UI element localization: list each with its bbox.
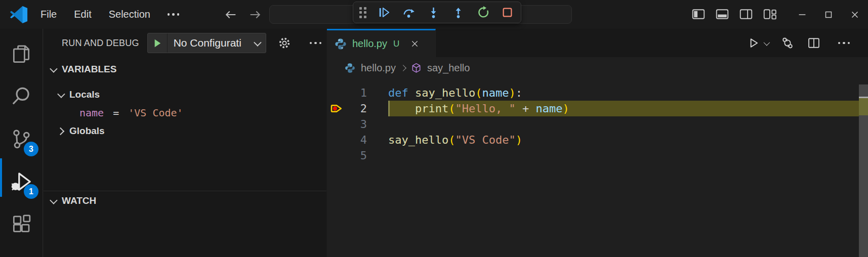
watch-section-header[interactable]: WATCH bbox=[44, 191, 326, 210]
gear-icon[interactable] bbox=[277, 36, 292, 50]
debug-stop-icon[interactable] bbox=[501, 6, 515, 20]
chevron-down-icon[interactable] bbox=[50, 196, 58, 204]
chevron-down-icon[interactable] bbox=[763, 39, 770, 46]
chevron-down-icon[interactable] bbox=[57, 90, 65, 98]
code-line[interactable]: 2 print("Hello, " + name) bbox=[327, 101, 868, 116]
variables-section-header[interactable]: VARIABLES bbox=[44, 60, 326, 79]
gutter[interactable]: 2 bbox=[327, 101, 388, 116]
layout-controls bbox=[690, 6, 778, 23]
chevron-down-icon bbox=[254, 38, 262, 47]
editor-actions bbox=[747, 29, 868, 57]
variables-label: VARIABLES bbox=[62, 64, 116, 75]
python-file-icon bbox=[344, 62, 356, 74]
sidebar-item-search[interactable] bbox=[0, 75, 43, 118]
gutter[interactable]: 3 bbox=[327, 116, 388, 132]
debug-configuration-value: No Configurati bbox=[168, 37, 254, 49]
locals-label: Locals bbox=[69, 89, 100, 100]
code-line-content[interactable]: def say_hello(name): bbox=[388, 85, 868, 101]
code-line[interactable]: 4say_hello("VS Code") bbox=[327, 132, 868, 148]
debug-step-over-icon[interactable] bbox=[401, 6, 416, 20]
close-tab-icon[interactable] bbox=[408, 38, 421, 50]
sidebar-header: RUN AND DEBUG No Configurati bbox=[44, 29, 326, 57]
breadcrumb-symbol[interactable]: say_hello bbox=[427, 62, 470, 74]
chevron-down-icon[interactable] bbox=[50, 65, 58, 73]
run-icon bbox=[747, 36, 760, 50]
git-status-untracked: U bbox=[393, 39, 399, 49]
debug-view-tree: VARIABLES Locals name='VS Code' Globals bbox=[44, 60, 326, 140]
title-bar: File Edit Selection bbox=[0, 0, 868, 29]
editor-group: hello.py U bbox=[327, 29, 868, 257]
debug-toolbar bbox=[353, 2, 521, 23]
sidebar-item-extensions[interactable] bbox=[0, 203, 43, 245]
debug-restart-icon[interactable] bbox=[476, 6, 490, 20]
files-icon bbox=[10, 43, 32, 65]
tab-bar: hello.py U bbox=[327, 29, 868, 57]
toggle-primary-sidebar-icon[interactable] bbox=[690, 6, 707, 23]
toggle-secondary-sidebar-icon[interactable] bbox=[737, 6, 755, 23]
code-line-content[interactable]: print("Hello, " + name) bbox=[388, 101, 868, 116]
code-line-content[interactable] bbox=[388, 116, 868, 132]
gutter[interactable]: 5 bbox=[327, 148, 388, 163]
sidebar-item-run-and-debug[interactable]: 1 bbox=[0, 160, 43, 203]
menu-file[interactable]: File bbox=[35, 7, 62, 22]
start-debugging-play-icon[interactable] bbox=[148, 33, 168, 53]
search-icon bbox=[10, 85, 32, 108]
menu-bar: File Edit Selection bbox=[35, 0, 184, 29]
run-and-debug-sidebar: RUN AND DEBUG No Configurati VARIABLES bbox=[44, 29, 326, 257]
run-python-file-button[interactable] bbox=[747, 36, 768, 50]
customize-layout-icon[interactable] bbox=[761, 6, 778, 23]
gutter[interactable]: 1 bbox=[327, 85, 388, 101]
open-changes-icon[interactable] bbox=[780, 36, 795, 50]
sidebar-title: RUN AND DEBUG bbox=[62, 38, 139, 49]
globals-scope-row[interactable]: Globals bbox=[44, 122, 326, 140]
variable-equals: = bbox=[110, 107, 122, 119]
views-more-actions-icon[interactable] bbox=[305, 39, 327, 48]
toggle-panel-icon[interactable] bbox=[714, 6, 731, 23]
code-line[interactable]: 5 bbox=[327, 148, 868, 163]
scm-badge: 3 bbox=[24, 142, 38, 156]
globals-label: Globals bbox=[69, 125, 105, 137]
code-line-content[interactable] bbox=[388, 148, 868, 163]
gutter[interactable]: 4 bbox=[327, 132, 388, 148]
menu-selection[interactable]: Selection bbox=[104, 7, 155, 22]
minimize-icon[interactable] bbox=[789, 0, 815, 29]
drag-handle-icon[interactable] bbox=[359, 7, 366, 18]
code-line-content[interactable]: say_hello("VS Code") bbox=[388, 132, 868, 148]
sidebar-item-explorer[interactable] bbox=[0, 33, 43, 75]
window-controls bbox=[789, 0, 868, 29]
breadcrumb-separator-icon bbox=[400, 65, 406, 71]
debug-step-into-icon[interactable] bbox=[426, 6, 440, 20]
sidebar-item-source-control[interactable]: 3 bbox=[0, 118, 43, 160]
tab-label: hello.py bbox=[352, 38, 387, 50]
vscode-window: File Edit Selection bbox=[0, 0, 868, 257]
split-editor-icon[interactable] bbox=[807, 36, 821, 50]
breadcrumb-file[interactable]: hello.py bbox=[361, 62, 396, 74]
editor-scrollbar[interactable] bbox=[859, 84, 868, 257]
debug-step-out-icon[interactable] bbox=[451, 6, 465, 20]
maximize-icon[interactable] bbox=[815, 0, 842, 29]
back-arrow-icon[interactable] bbox=[223, 7, 239, 23]
debug-configuration-dropdown[interactable]: No Configurati bbox=[147, 33, 266, 53]
menu-edit[interactable]: Edit bbox=[69, 7, 96, 22]
line-number: 2 bbox=[360, 101, 367, 116]
debug-badge: 1 bbox=[24, 184, 38, 199]
debug-continue-icon[interactable] bbox=[377, 6, 391, 20]
debug-current-line-breakpoint-icon[interactable] bbox=[329, 101, 344, 116]
locals-scope-row[interactable]: Locals bbox=[44, 85, 326, 104]
editor-more-actions-icon[interactable] bbox=[833, 39, 855, 48]
variable-value: 'VS Code' bbox=[128, 107, 183, 119]
code-line[interactable]: 3 bbox=[327, 116, 868, 132]
tab-hello-py[interactable]: hello.py U bbox=[327, 29, 436, 57]
forward-arrow-icon[interactable] bbox=[247, 7, 263, 23]
menu-more-icon[interactable] bbox=[162, 10, 185, 19]
code-lines: 1def say_hello(name): 2 print("Hello, " … bbox=[327, 78, 868, 163]
breadcrumb: hello.py say_hello bbox=[327, 57, 868, 78]
line-number: 5 bbox=[360, 148, 367, 163]
close-window-icon[interactable] bbox=[842, 0, 868, 29]
watch-label: WATCH bbox=[62, 195, 96, 206]
activity-bar: 3 1 bbox=[0, 29, 43, 257]
variable-row[interactable]: name='VS Code' bbox=[44, 104, 326, 122]
history-navigation bbox=[223, 7, 263, 23]
code-line[interactable]: 1def say_hello(name): bbox=[327, 85, 868, 101]
chevron-right-icon[interactable] bbox=[57, 127, 65, 135]
